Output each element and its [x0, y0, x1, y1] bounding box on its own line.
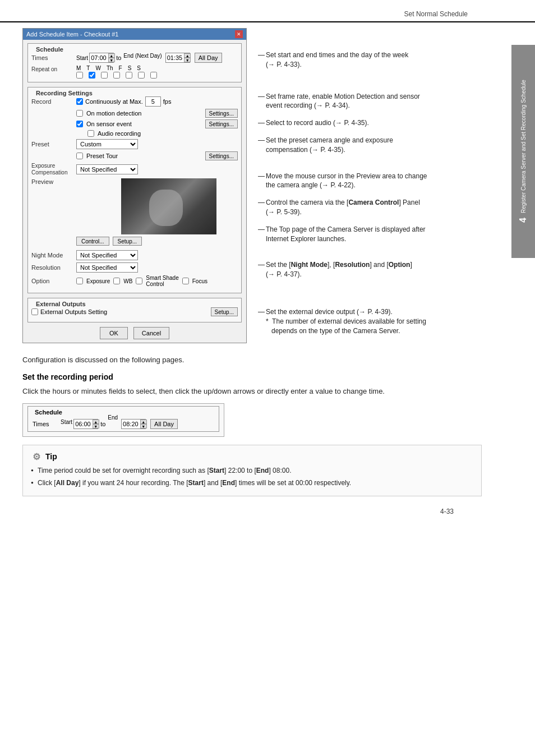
tip-icon: ⚙ — [31, 451, 42, 462]
exposure-select[interactable]: Not Specified — [76, 164, 138, 174]
motion-label: On motion detection — [86, 110, 141, 117]
day-s2-checkbox[interactable] — [150, 72, 157, 79]
sensor-label: On sensor event — [86, 121, 132, 127]
option-wb-checkbox[interactable] — [113, 278, 120, 284]
mini-start-time[interactable]: 06:00 ▲ ▼ — [73, 419, 98, 429]
end-time-down[interactable]: ▼ — [184, 58, 191, 62]
preview-area[interactable] — [121, 178, 216, 234]
record-row: Record Continuously at Max. fps — [31, 96, 238, 107]
motion-row: On motion detection Settings... — [76, 109, 238, 118]
resolution-select[interactable]: Not Specified — [76, 262, 138, 273]
repeat-row: Repeat on M T W Th F S S — [31, 65, 238, 79]
external-row: External Outputs Setting Setup... — [31, 307, 238, 316]
fps-unit: fps — [163, 98, 172, 105]
mini-start-down[interactable]: ▼ — [93, 424, 99, 428]
external-setting-label: External Outputs Setting — [40, 308, 107, 315]
preset-tour-checkbox[interactable] — [76, 153, 83, 159]
day-s1-checkbox[interactable] — [138, 72, 145, 79]
side-tab-label: Register Camera Server and Set Recording… — [520, 80, 527, 214]
ok-button[interactable]: OK — [100, 327, 128, 339]
sensor-row: On sensor event Settings... — [76, 119, 238, 128]
preset-label: Preset — [31, 141, 76, 147]
dialog-area: Add Schedule Item - Checkout #1 ✕ Schedu… — [22, 28, 482, 343]
mini-end-down[interactable]: ▼ — [140, 424, 147, 428]
mini-fieldset: Schedule Times Start 06:00 ▲ ▼ to — [27, 406, 219, 432]
day-f-checkbox[interactable] — [126, 72, 132, 79]
mini-end-time[interactable]: 08:20 ▲ ▼ — [121, 419, 146, 429]
page-header: Set Normal Schedule — [0, 0, 535, 22]
schedule-fieldset: Schedule Times Start 07:00 ▲ — [27, 43, 242, 82]
end-time-up[interactable]: ▲ — [184, 53, 191, 58]
start-time-input[interactable]: 07:00 ▲ ▼ — [89, 53, 114, 63]
record-label: Record — [31, 98, 76, 105]
side-tab-number: 4 — [518, 218, 529, 223]
external-setting-checkbox[interactable] — [31, 308, 38, 315]
night-mode-select[interactable]: Not Specified — [76, 250, 138, 260]
mini-all-day-button[interactable]: All Day — [150, 419, 178, 429]
day-w-checkbox[interactable] — [101, 72, 108, 79]
mini-times-label: Times — [33, 421, 61, 427]
ok-cancel-row: OK Cancel — [27, 327, 242, 339]
mini-start-header: Start — [61, 419, 72, 425]
tip-header: ⚙ Tip — [31, 451, 473, 462]
mini-start-up[interactable]: ▲ — [93, 420, 99, 424]
mini-legend: Schedule — [33, 409, 64, 416]
cancel-button[interactable]: Cancel — [133, 327, 169, 339]
option-focus-checkbox[interactable] — [182, 278, 189, 284]
control-button[interactable]: Control... — [76, 237, 109, 246]
setup-button[interactable]: Setup... — [113, 237, 142, 246]
end-time-input[interactable]: 01:35 ▲ ▼ — [165, 53, 190, 63]
audio-checkbox[interactable] — [87, 130, 94, 137]
start-time-down[interactable]: ▼ — [108, 58, 115, 62]
annotation-5: Move the mouse cursor in the Preview are… — [258, 172, 482, 191]
sensor-settings-button[interactable]: Settings... — [205, 119, 238, 128]
audio-row: Audio recording — [87, 130, 238, 137]
end-header: End (Next Day) — [123, 53, 162, 59]
exposure-label: Exposure Compensation — [31, 163, 76, 176]
sensor-checkbox[interactable] — [76, 121, 83, 127]
tip-item-2: Click [All Day] if you want 24 hour reco… — [31, 478, 473, 488]
record-continuous-checkbox[interactable] — [76, 98, 83, 105]
body-text: Configuration is discussed on the follow… — [22, 354, 482, 366]
external-setup-button[interactable]: Setup... — [211, 307, 238, 316]
exposure-row: Exposure Compensation Not Specified — [31, 163, 238, 176]
mini-end-up[interactable]: ▲ — [140, 420, 147, 424]
preview-face-overlay — [149, 190, 183, 226]
times-label: Times — [31, 54, 76, 61]
start-time-up[interactable]: ▲ — [108, 53, 115, 58]
record-continuous-label: Continuously at Max. — [85, 98, 143, 105]
option-focus-label: Focus — [192, 278, 207, 284]
preset-select[interactable]: Custom — [76, 139, 138, 149]
tip-box: ⚙ Tip Time period could be set for overn… — [22, 445, 482, 496]
night-mode-row: Night Mode Not Specified — [31, 250, 238, 260]
day-th-checkbox[interactable] — [113, 72, 120, 79]
page-number: 4-33 — [22, 508, 482, 515]
option-smart-shade-checkbox[interactable] — [136, 278, 142, 284]
mini-schedule: Schedule Times Start 06:00 ▲ ▼ to — [22, 403, 224, 437]
dialog-title: Add Schedule Item - Checkout #1 — [26, 31, 118, 38]
motion-checkbox[interactable] — [76, 110, 83, 117]
resolution-label: Resolution — [31, 264, 76, 271]
audio-label: Audio recording — [98, 130, 141, 137]
night-mode-label: Night Mode — [31, 252, 76, 259]
annotation-9: Set the external device output (→ P. 4-3… — [258, 307, 482, 335]
section-heading: Set the recording period — [22, 372, 482, 381]
dialog-close-button[interactable]: ✕ — [235, 30, 243, 38]
annotation-3: Select to record audio (→ P. 4-35). — [258, 118, 482, 128]
day-t-checkbox[interactable] — [89, 72, 95, 79]
option-exposure-checkbox[interactable] — [76, 278, 83, 284]
mini-end-header: End — [108, 414, 118, 421]
header-title: Set Normal Schedule — [404, 10, 468, 18]
motion-settings-button[interactable]: Settings... — [205, 109, 238, 118]
main-content: Add Schedule Item - Checkout #1 ✕ Schedu… — [0, 22, 510, 527]
resolution-row: Resolution Not Specified — [31, 262, 238, 273]
all-day-button[interactable]: All Day — [195, 53, 222, 63]
preview-row: Preview Control... Setup... — [31, 178, 238, 248]
day-m-checkbox[interactable] — [76, 72, 83, 79]
preset-tour-settings-button[interactable]: Settings... — [205, 151, 238, 160]
annotation-6: Control the camera via the [Camera Contr… — [258, 198, 482, 217]
dialog-box: Add Schedule Item - Checkout #1 ✕ Schedu… — [22, 28, 247, 343]
fps-input[interactable] — [145, 96, 161, 107]
preset-row: Preset Custom — [31, 139, 238, 149]
option-smart-shade-label: Smart ShadeControl — [146, 275, 178, 287]
